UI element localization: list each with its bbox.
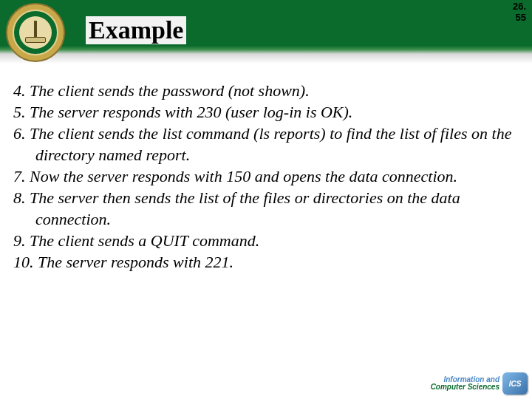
- list-item: 7. Now the server responds with 150 and …: [13, 166, 519, 187]
- list-item: 4. The client sends the password (not sh…: [13, 80, 519, 101]
- logo-inner: [19, 16, 52, 49]
- ics-badge-icon: ICS: [502, 372, 528, 395]
- logo-outer-ring: [6, 3, 65, 62]
- header-bar: Example 26. 55: [0, 0, 532, 64]
- list-item: 8. The server then sends the list of the…: [13, 187, 519, 230]
- content-body: 4. The client sends the password (not sh…: [13, 80, 519, 273]
- footer-text: Information and Computer Sciences: [431, 376, 499, 392]
- page-number: 26. 55: [513, 1, 526, 24]
- list-item: 5. The server responds with 230 (user lo…: [13, 101, 519, 123]
- slide-title: Example: [86, 16, 186, 44]
- logo-mid-ring: [13, 10, 58, 55]
- university-logo: [6, 3, 65, 62]
- list-item: 9. The client sends a QUIT command.: [13, 230, 519, 251]
- slide: Example 26. 55 4. The client sends the p…: [0, 0, 532, 399]
- footer-logo: Information and Computer Sciences ICS: [431, 372, 528, 395]
- page-current: 26.: [513, 1, 526, 13]
- logo-book-icon: [25, 37, 46, 43]
- page-total: 55: [513, 13, 526, 24]
- list-item: 6. The client sends the list command (ls…: [13, 123, 519, 166]
- list-item: 10. The server responds with 221.: [13, 251, 519, 273]
- footer-line2: Computer Sciences: [431, 383, 499, 392]
- logo-tower-icon: [34, 21, 37, 38]
